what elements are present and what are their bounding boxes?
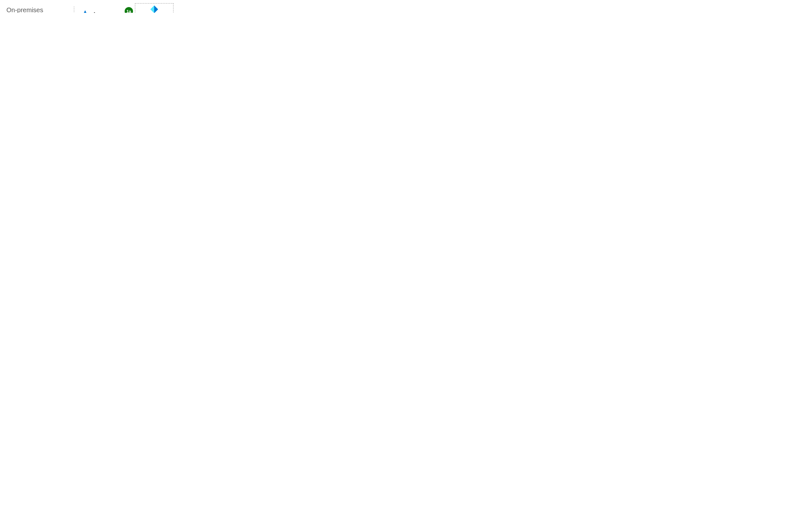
onprem-title: On-premises <box>6 6 43 13</box>
azure-logo-icon <box>80 10 90 13</box>
onprem-divider <box>74 6 74 13</box>
svg-marker-13 <box>81 10 89 13</box>
entra-icon <box>150 5 159 13</box>
azure-label: Azure <box>93 11 108 13</box>
step-1a: 1a <box>125 7 133 13</box>
svg-marker-15 <box>154 5 158 13</box>
